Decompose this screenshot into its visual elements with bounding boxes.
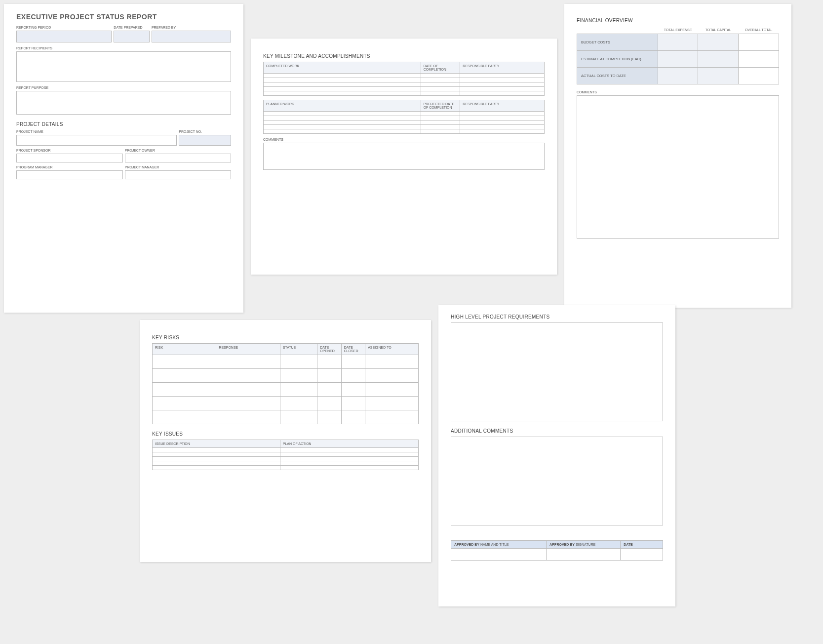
th-date-of-completion: DATE OF COMPLETION bbox=[421, 62, 460, 74]
label-project-sponsor: PROJECT SPONSOR bbox=[16, 149, 123, 152]
th-date-opened: DATE OPENED bbox=[317, 344, 342, 355]
date-prepared-input[interactable] bbox=[114, 31, 150, 42]
table-row[interactable]: ACTUAL COSTS TO DATE bbox=[577, 68, 779, 84]
label-prepared-by: PREPARED BY bbox=[152, 26, 231, 29]
table-row[interactable] bbox=[264, 74, 545, 78]
section-additional-comments: ADDITIONAL COMMENTS bbox=[451, 428, 663, 434]
page-4: KEY RISKS RISK RESPONSE STATUS DATE OPEN… bbox=[140, 320, 431, 562]
planned-work-table: PLANNED WORK PROJECTED DATE OF COMPLETIO… bbox=[263, 100, 545, 134]
th-projected-date: PROJECTED DATE OF COMPLETION bbox=[421, 100, 460, 112]
requirements-input[interactable] bbox=[451, 322, 663, 421]
approval-table: APPROVED BY NAME AND TITLE APPROVED BY S… bbox=[451, 540, 663, 561]
table-row[interactable] bbox=[153, 369, 419, 383]
table-row[interactable] bbox=[153, 383, 419, 397]
th-completed-work: COMPLETED WORK bbox=[264, 62, 421, 74]
label-budget-costs: BUDGET COSTS bbox=[577, 34, 658, 51]
project-sponsor-input[interactable] bbox=[16, 154, 123, 162]
label-eac: ESTIMATE AT COMPLETION (EAC) bbox=[577, 51, 658, 68]
prepared-by-input[interactable] bbox=[152, 31, 231, 42]
label-report-purpose: REPORT PURPOSE bbox=[16, 86, 231, 89]
th-issue-description: ISSUE DESCRIPTION bbox=[153, 440, 280, 448]
section-requirements: HIGH LEVEL PROJECT REQUIREMENTS bbox=[451, 314, 663, 320]
financial-comments-input[interactable] bbox=[577, 95, 779, 239]
doc-title: EXECUTIVE PROJECT STATUS REPORT bbox=[16, 13, 231, 21]
table-row[interactable] bbox=[153, 448, 419, 452]
page-3: FINANCIAL OVERVIEW TOTAL EXPENSE TOTAL C… bbox=[564, 4, 791, 308]
completed-work-table: COMPLETED WORK DATE OF COMPLETION RESPON… bbox=[263, 62, 545, 96]
th-approved-name: APPROVED BY NAME AND TITLE bbox=[451, 541, 547, 549]
reporting-period-input[interactable] bbox=[16, 31, 112, 42]
table-row[interactable] bbox=[264, 125, 545, 129]
project-owner-input[interactable] bbox=[125, 154, 232, 162]
table-row[interactable] bbox=[264, 78, 545, 82]
th-response: RESPONSE bbox=[216, 344, 280, 355]
th-approved-signature: APPROVED BY SIGNATURE bbox=[547, 541, 621, 549]
page-5: HIGH LEVEL PROJECT REQUIREMENTS ADDITION… bbox=[438, 305, 675, 606]
table-row[interactable] bbox=[264, 91, 545, 96]
table-row[interactable]: BUDGET COSTS bbox=[577, 34, 779, 51]
table-row[interactable] bbox=[153, 457, 419, 461]
project-no-input[interactable] bbox=[179, 135, 231, 146]
table-row[interactable] bbox=[153, 410, 419, 424]
project-manager-input[interactable] bbox=[125, 170, 232, 179]
report-purpose-input[interactable] bbox=[16, 91, 231, 115]
risks-table: RISK RESPONSE STATUS DATE OPENED DATE CL… bbox=[152, 343, 419, 424]
th-overall-total: OVERALL TOTAL bbox=[739, 26, 779, 34]
label-actual-costs: ACTUAL COSTS TO DATE bbox=[577, 68, 658, 84]
table-row[interactable] bbox=[153, 452, 419, 457]
page-2: KEY MILESTONE AND ACCOMPLISHMENTS COMPLE… bbox=[251, 39, 557, 275]
program-manager-input[interactable] bbox=[16, 170, 123, 179]
label-project-name: PROJECT NAME bbox=[16, 130, 177, 133]
th-responsible-party: RESPONSIBLE PARTY bbox=[460, 62, 545, 74]
page-1: EXECUTIVE PROJECT STATUS REPORT REPORTIN… bbox=[4, 4, 243, 313]
report-recipients-input[interactable] bbox=[16, 51, 231, 82]
th-status: STATUS bbox=[280, 344, 317, 355]
label-program-manager: PROGRAM MANAGER bbox=[16, 165, 123, 169]
section-issues: KEY ISSUES bbox=[152, 431, 419, 437]
th-planned-work: PLANNED WORK bbox=[264, 100, 421, 112]
label-comments-financial: COMMENTS bbox=[577, 90, 779, 94]
label-reporting-period: REPORTING PERIOD bbox=[16, 26, 112, 29]
table-row[interactable] bbox=[264, 82, 545, 87]
label-date-prepared: DATE PREPARED bbox=[114, 26, 150, 29]
milestones-comments-input[interactable] bbox=[263, 143, 545, 170]
financial-table: TOTAL EXPENSE TOTAL CAPITAL OVERALL TOTA… bbox=[577, 26, 779, 84]
th-total-expense: TOTAL EXPENSE bbox=[658, 26, 698, 34]
table-row[interactable]: ESTIMATE AT COMPLETION (EAC) bbox=[577, 51, 779, 68]
th-date-closed: DATE CLOSED bbox=[341, 344, 365, 355]
label-comments-milestones: COMMENTS bbox=[263, 138, 545, 141]
section-project-details: PROJECT DETAILS bbox=[16, 121, 231, 127]
label-report-recipients: REPORT RECIPIENTS bbox=[16, 46, 231, 50]
table-row[interactable] bbox=[264, 112, 545, 116]
section-milestones: KEY MILESTONE AND ACCOMPLISHMENTS bbox=[263, 53, 545, 59]
th-plan-of-action: PLAN OF ACTION bbox=[280, 440, 418, 448]
additional-comments-input[interactable] bbox=[451, 437, 663, 525]
table-row[interactable] bbox=[264, 87, 545, 91]
section-financial: FINANCIAL OVERVIEW bbox=[577, 18, 779, 23]
label-project-manager: PROJECT MANAGER bbox=[125, 165, 232, 169]
th-assigned-to: ASSIGNED TO bbox=[365, 344, 419, 355]
table-row[interactable] bbox=[264, 116, 545, 121]
section-risks: KEY RISKS bbox=[152, 335, 419, 340]
table-row[interactable] bbox=[153, 466, 419, 470]
table-row[interactable] bbox=[451, 549, 663, 561]
label-project-no: PROJECT NO. bbox=[179, 130, 231, 133]
th-risk: RISK bbox=[153, 344, 216, 355]
table-row[interactable] bbox=[153, 461, 419, 466]
table-row[interactable] bbox=[264, 121, 545, 125]
label-project-owner: PROJECT OWNER bbox=[125, 149, 232, 152]
table-row[interactable] bbox=[264, 129, 545, 134]
table-row[interactable] bbox=[153, 355, 419, 369]
table-row[interactable] bbox=[153, 397, 419, 410]
th-total-capital: TOTAL CAPITAL bbox=[698, 26, 739, 34]
project-name-input[interactable] bbox=[16, 135, 177, 146]
th-approved-date: DATE bbox=[621, 541, 663, 549]
th-responsible-party-2: RESPONSIBLE PARTY bbox=[460, 100, 545, 112]
issues-table: ISSUE DESCRIPTION PLAN OF ACTION bbox=[152, 440, 419, 470]
